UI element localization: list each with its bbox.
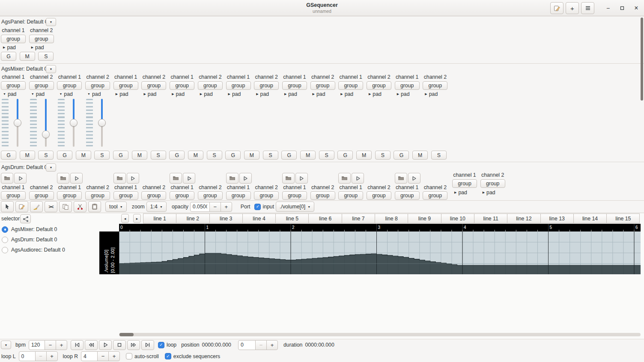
machine-menu-button[interactable]: ▼	[46, 163, 56, 172]
group-button[interactable]: group	[170, 191, 194, 200]
skip-forward-button[interactable]	[141, 340, 154, 350]
group-toggle-button[interactable]: G	[281, 151, 297, 160]
slider-handle[interactable]	[70, 119, 78, 127]
group-button[interactable]: group	[452, 179, 477, 188]
selector-option[interactable]: AgsMixer: Default 0	[2, 224, 65, 234]
play-button[interactable]	[99, 340, 112, 350]
slider-handle[interactable]	[98, 119, 106, 127]
group-button[interactable]: group	[1, 35, 26, 43]
line-tab[interactable]: line 4	[242, 214, 276, 223]
select-tool-button[interactable]: ><	[45, 201, 57, 212]
open-button[interactable]	[113, 173, 126, 184]
pad-expander[interactable]: ▶pad	[282, 91, 307, 97]
group-toggle-button[interactable]: G	[1, 52, 16, 61]
slider-handle[interactable]	[42, 131, 50, 138]
mute-button[interactable]: M	[188, 151, 203, 160]
copy-button[interactable]	[59, 201, 72, 212]
open-button[interactable]	[1, 173, 13, 184]
machine-menu-button[interactable]: ▼	[46, 18, 56, 26]
stop-button[interactable]	[113, 340, 126, 350]
slider-handle[interactable]	[14, 119, 21, 127]
open-button[interactable]	[170, 173, 182, 184]
group-button[interactable]: group	[338, 191, 363, 200]
pad-play-button[interactable]	[183, 173, 195, 184]
opacity-increment-button[interactable]: +	[221, 202, 232, 212]
group-button[interactable]: group	[198, 81, 223, 90]
open-button[interactable]	[395, 173, 407, 184]
solo-button[interactable]: S	[375, 151, 391, 160]
open-button[interactable]	[282, 173, 295, 184]
loop-right-input[interactable]	[81, 351, 98, 361]
pad-expander[interactable]: ▶pad	[29, 44, 54, 50]
maximize-button[interactable]	[616, 2, 628, 14]
line-tab[interactable]: line 1	[143, 214, 176, 223]
group-button[interactable]: group	[395, 81, 420, 90]
group-toggle-button[interactable]: G	[1, 151, 16, 160]
pad-play-button[interactable]	[70, 173, 83, 184]
line-tab[interactable]: line 13	[540, 214, 574, 223]
line-tab[interactable]: line 7	[342, 214, 375, 223]
group-button[interactable]: group	[113, 191, 138, 200]
solo-button[interactable]: S	[94, 151, 110, 160]
scrollbar-thumb[interactable]	[119, 333, 134, 336]
group-button[interactable]: group	[226, 191, 251, 200]
add-machine-button[interactable]: +	[566, 2, 579, 14]
bpm-decrement-button[interactable]: −	[45, 340, 56, 350]
loop-left-increment-button[interactable]: +	[46, 351, 58, 361]
pad-expander[interactable]: ▶pad	[423, 91, 447, 97]
opacity-input[interactable]	[190, 202, 210, 212]
volume-slider[interactable]	[14, 98, 21, 148]
loop-right-increment-button[interactable]: +	[108, 351, 120, 361]
edit-file-button[interactable]	[550, 2, 564, 14]
tool-menu-button[interactable]: tool▼	[105, 202, 127, 212]
group-button[interactable]: group	[198, 191, 223, 200]
group-toggle-button[interactable]: G	[57, 151, 72, 160]
group-button[interactable]: group	[141, 191, 166, 200]
solo-button[interactable]: S	[38, 52, 54, 61]
group-button[interactable]: group	[1, 191, 26, 200]
opacity-decrement-button[interactable]: −	[209, 202, 221, 212]
skip-backward-button[interactable]	[71, 340, 83, 350]
pad-expander[interactable]: ▼pad	[1, 91, 26, 97]
mute-button[interactable]: M	[244, 151, 259, 160]
line-tab[interactable]: line 6	[308, 214, 342, 223]
pad-play-button[interactable]	[295, 173, 308, 184]
group-button[interactable]: group	[338, 81, 363, 90]
line-tab[interactable]: line 2	[176, 214, 209, 223]
position-tool-button[interactable]	[1, 201, 14, 212]
group-button[interactable]: group	[85, 191, 110, 200]
group-button[interactable]: group	[29, 81, 54, 90]
pad-expander[interactable]: ▶pad	[338, 91, 363, 97]
pad-play-button[interactable]	[408, 173, 420, 184]
group-button[interactable]: group	[226, 81, 251, 90]
pad-expander[interactable]: ▶pad	[113, 91, 138, 97]
selector-option[interactable]: AgsAudiorec: Default 0	[2, 245, 65, 255]
group-toggle-button[interactable]: G	[113, 151, 128, 160]
line-tab[interactable]: line 14	[573, 214, 607, 223]
pad-expander[interactable]: ▶pad	[395, 91, 420, 97]
bpm-input[interactable]	[29, 340, 45, 350]
pad-expander[interactable]: ▼pad	[57, 91, 82, 97]
clear-tool-button[interactable]	[30, 201, 43, 212]
solo-button[interactable]: S	[319, 151, 334, 160]
pad-expander[interactable]: ▼pad	[29, 91, 54, 97]
mute-button[interactable]: M	[412, 151, 428, 160]
group-button[interactable]: group	[367, 191, 391, 200]
menu-button[interactable]	[581, 2, 594, 14]
mute-button[interactable]: M	[20, 52, 35, 61]
scrollbar-thumb[interactable]	[641, 18, 643, 101]
line-tab[interactable]: line 3	[209, 214, 243, 223]
group-toggle-button[interactable]: G	[394, 151, 409, 160]
loop-checkbox[interactable]: ✓	[158, 342, 164, 348]
group-button[interactable]: group	[310, 191, 335, 200]
group-button[interactable]: group	[29, 35, 54, 43]
edit-tool-button[interactable]	[15, 201, 28, 212]
group-button[interactable]: group	[367, 81, 391, 90]
close-button[interactable]: ×	[630, 2, 642, 14]
group-button[interactable]: group	[254, 81, 279, 90]
pad-expander[interactable]: ▶pad	[254, 91, 279, 97]
group-toggle-button[interactable]: G	[337, 151, 353, 160]
mute-button[interactable]: M	[300, 151, 316, 160]
group-toggle-button[interactable]: G	[225, 151, 241, 160]
bpm-increment-button[interactable]: +	[56, 340, 67, 350]
